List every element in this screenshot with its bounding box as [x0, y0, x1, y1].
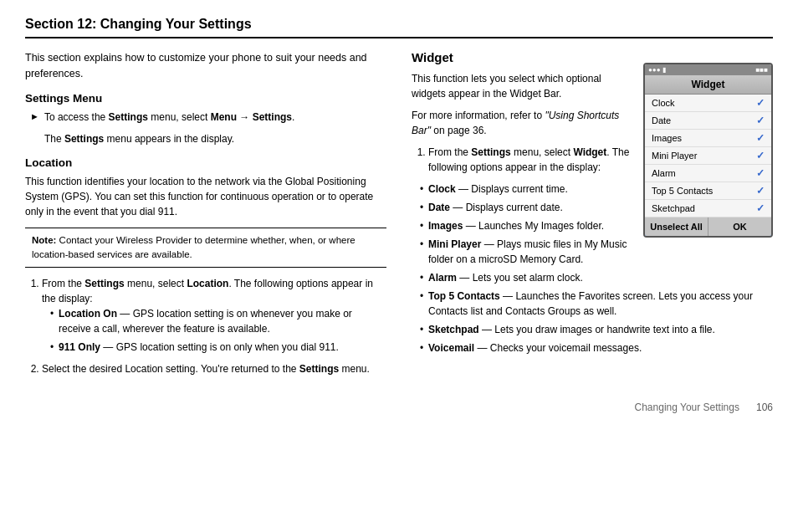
footer-label: Changing Your Settings	[635, 402, 739, 413]
widget-item-date: Date ✓	[645, 112, 771, 130]
section-title: Section 12: Changing Your Settings	[25, 17, 773, 38]
widget-item-images: Images ✓	[645, 130, 771, 147]
widget-option-date: Date — Displays current date.	[420, 200, 773, 215]
widget-option-top5contacts: Top 5 Contacts — Launches the Favorites …	[420, 289, 773, 319]
widget-option-clock: Clock — Displays current time.	[420, 182, 773, 197]
note-box: Note: Contact your Wireless Provider to …	[25, 228, 386, 269]
widget-option-mini-player: Mini Player — Plays music files in My Mu…	[420, 237, 773, 267]
location-bullet-911: 911 Only — GPS location setting is on on…	[50, 340, 386, 355]
left-column: This section explains how to customize y…	[25, 50, 386, 385]
settings-step1: To access the Settings menu, select Menu…	[44, 110, 294, 125]
phone-status-icons: ●●● ▮	[648, 66, 666, 74]
widget-item-mini-player: Mini Player ✓	[645, 147, 771, 165]
battery-icon: ▮	[662, 66, 666, 74]
widget-option-sketchpad: Sketchpad — Lets you draw images or hand…	[420, 322, 773, 337]
right-column: Widget ●●● ▮ ■■■ Widget Clock ✓	[412, 50, 773, 385]
intro-text: This section explains how to customize y…	[25, 50, 386, 82]
phone-items-list: Clock ✓ Date ✓ Images ✓ Mini Player ✓	[645, 95, 771, 217]
location-bullet-on: Location On — GPS location setting is on…	[50, 306, 386, 336]
signal-icon: ●●●	[648, 66, 661, 74]
location-bullets: Location On — GPS location setting is on…	[42, 306, 386, 355]
location-steps: From the Settings menu, select Location.…	[25, 276, 386, 376]
location-body: This function identifies your location t…	[25, 174, 386, 219]
phone-widget-header: Widget	[645, 75, 771, 95]
widget-options-list: Clock — Displays current time. Date — Di…	[412, 182, 773, 356]
note-text: Contact your Wireless Provider to determ…	[32, 235, 356, 259]
page-footer: Changing Your Settings 106	[25, 402, 773, 413]
time-icon: ■■■	[756, 66, 769, 74]
phone-top-bar: ●●● ▮ ■■■	[645, 64, 771, 75]
location-step-1: From the Settings menu, select Location.…	[42, 276, 386, 355]
location-title: Location	[25, 156, 386, 169]
location-step-2: Select the desired Location setting. You…	[42, 361, 386, 376]
settings-menu-step: ► To access the Settings menu, select Me…	[25, 110, 386, 153]
widget-option-alarm: Alarm — Lets you set alarm clock.	[420, 270, 773, 285]
widget-option-images: Images — Launches My Images folder.	[420, 218, 773, 233]
widget-item-clock: Clock ✓	[645, 95, 771, 112]
widget-section: Widget ●●● ▮ ■■■ Widget Clock ✓	[412, 50, 773, 356]
note-label: Note:	[32, 235, 56, 245]
settings-menu-title: Settings Menu	[25, 92, 386, 105]
footer-page-number: 106	[756, 402, 773, 413]
widget-item-alarm: Alarm ✓	[645, 165, 771, 182]
arrow-icon: ►	[30, 111, 39, 121]
widget-option-voicemail: Voicemail — Checks your voicemail messag…	[420, 340, 773, 356]
phone-right-icons: ■■■	[756, 66, 769, 74]
settings-step2: The Settings menu appears in the display…	[44, 131, 294, 146]
